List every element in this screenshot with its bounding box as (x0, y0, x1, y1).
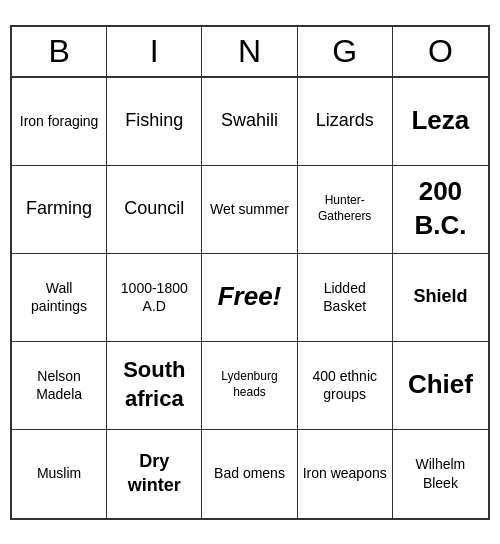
bingo-cell: Swahili (202, 78, 297, 166)
cell-text: 1000-1800 A.D (111, 279, 197, 315)
bingo-cell: Farming (12, 166, 107, 254)
bingo-cell: Shield (393, 254, 488, 342)
cell-text: Muslim (37, 464, 81, 482)
cell-text: Free! (218, 280, 282, 314)
bingo-cell: Lydenburg heads (202, 342, 297, 430)
cell-text: 400 ethnic groups (302, 367, 388, 403)
header-letter: N (202, 27, 297, 76)
cell-text: Nelson Madela (16, 367, 102, 403)
bingo-header: BINGO (12, 27, 488, 78)
bingo-cell: Iron foraging (12, 78, 107, 166)
bingo-cell: Bad omens (202, 430, 297, 518)
bingo-cell: Nelson Madela (12, 342, 107, 430)
cell-text: Leza (411, 104, 469, 138)
cell-text: Shield (413, 285, 467, 308)
bingo-cell: Wilhelm Bleek (393, 430, 488, 518)
cell-text: Council (124, 197, 184, 220)
bingo-cell: Chief (393, 342, 488, 430)
bingo-cell: Hunter-Gatherers (298, 166, 393, 254)
cell-text: Hunter-Gatherers (302, 193, 388, 224)
cell-text: Bad omens (214, 464, 285, 482)
bingo-cell: 200 B.C. (393, 166, 488, 254)
cell-text: Wilhelm Bleek (397, 455, 484, 491)
cell-text: Swahili (221, 109, 278, 132)
bingo-grid: Iron foragingFishingSwahiliLizardsLezaFa… (12, 78, 488, 518)
cell-text: Lizards (316, 109, 374, 132)
bingo-cell: Muslim (12, 430, 107, 518)
bingo-cell: Iron weapons (298, 430, 393, 518)
header-letter: O (393, 27, 488, 76)
bingo-cell: Free! (202, 254, 297, 342)
cell-text: Lidded Basket (302, 279, 388, 315)
cell-text: South africa (111, 356, 197, 413)
header-letter: G (298, 27, 393, 76)
bingo-cell: Lidded Basket (298, 254, 393, 342)
cell-text: Lydenburg heads (206, 369, 292, 400)
cell-text: Dry winter (111, 450, 197, 497)
bingo-cell: Wall paintings (12, 254, 107, 342)
bingo-cell: Leza (393, 78, 488, 166)
bingo-cell: 400 ethnic groups (298, 342, 393, 430)
bingo-card: BINGO Iron foragingFishingSwahiliLizards… (10, 25, 490, 520)
header-letter: B (12, 27, 107, 76)
cell-text: Chief (408, 368, 473, 402)
cell-text: Farming (26, 197, 92, 220)
cell-text: Wall paintings (16, 279, 102, 315)
bingo-cell: 1000-1800 A.D (107, 254, 202, 342)
bingo-cell: Council (107, 166, 202, 254)
bingo-cell: Dry winter (107, 430, 202, 518)
bingo-cell: Wet summer (202, 166, 297, 254)
cell-text: Fishing (125, 109, 183, 132)
cell-text: 200 B.C. (397, 175, 484, 243)
cell-text: Iron weapons (303, 464, 387, 482)
bingo-cell: Fishing (107, 78, 202, 166)
cell-text: Wet summer (210, 200, 289, 218)
bingo-cell: Lizards (298, 78, 393, 166)
header-letter: I (107, 27, 202, 76)
cell-text: Iron foraging (20, 112, 99, 130)
bingo-cell: South africa (107, 342, 202, 430)
